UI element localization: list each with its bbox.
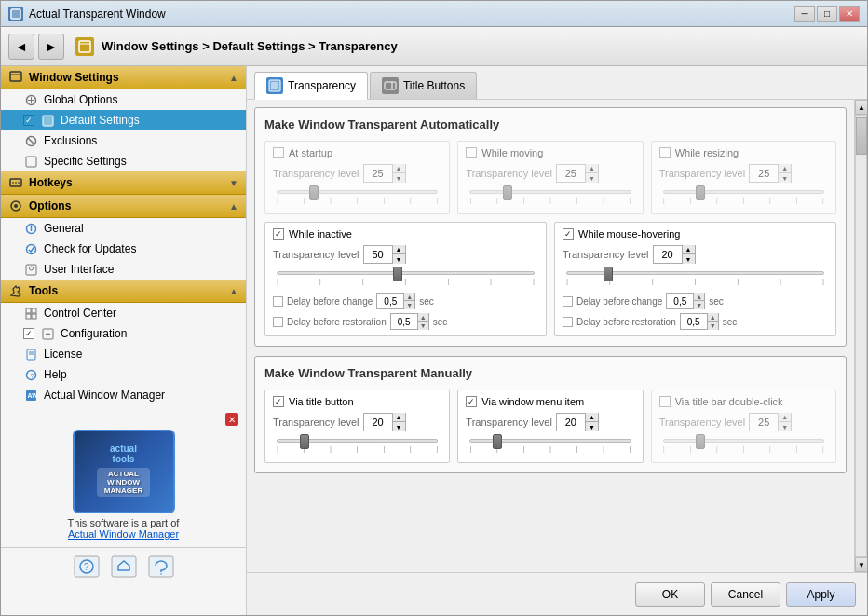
inactive-delay-change-down[interactable]: ▼ — [403, 301, 414, 309]
mouse-delay-change-down[interactable]: ▼ — [693, 301, 704, 309]
sidebar-item-specific-settings[interactable]: Specific Settings — [1, 151, 246, 171]
sidebar-item-configuration[interactable]: ✓ Configuration — [1, 323, 246, 344]
via-title-down[interactable]: ▼ — [392, 422, 405, 431]
tab-transparency[interactable]: Transparency — [254, 72, 368, 100]
while-resizing-spinbox[interactable]: ▲ ▼ — [749, 164, 792, 183]
via-dbl-checkbox[interactable] — [659, 396, 671, 407]
mouse-delay-change-spinbox[interactable]: ▲ ▼ — [666, 293, 705, 309]
at-startup-down[interactable]: ▼ — [392, 173, 405, 183]
sidebar-footer-home-button[interactable] — [109, 554, 139, 580]
apply-button[interactable]: Apply — [786, 582, 856, 607]
sidebar-item-check-updates[interactable]: Check for Updates — [1, 239, 246, 259]
sidebar-item-general[interactable]: General — [1, 218, 246, 239]
scroll-down-button[interactable]: ▼ — [855, 557, 867, 572]
sidebar-footer-info-button[interactable] — [146, 554, 176, 580]
via-title-slider-thumb[interactable] — [300, 434, 309, 449]
mouse-delay-restore-checkbox[interactable] — [563, 317, 573, 327]
via-title-button-checkbox[interactable]: ✓ — [273, 396, 284, 407]
mouse-delay-change-up[interactable]: ▲ — [693, 293, 704, 301]
while-inactive-value[interactable] — [364, 246, 392, 263]
minimize-button[interactable]: ─ — [794, 6, 815, 22]
while-moving-up[interactable]: ▲ — [585, 164, 598, 173]
via-dbl-up[interactable]: ▲ — [778, 413, 791, 422]
via-dbl-spinbox[interactable]: ▲ ▼ — [749, 413, 792, 431]
while-mouse-value[interactable] — [654, 246, 682, 263]
mouse-delay-restore-down[interactable]: ▼ — [707, 322, 718, 330]
while-mouse-slider-thumb[interactable] — [604, 267, 613, 281]
sidebar-item-control-center[interactable]: Control Center — [1, 303, 246, 323]
vertical-scrollbar[interactable]: ▲ ▼ — [854, 100, 867, 572]
via-menu-value[interactable] — [557, 414, 585, 431]
sidebar-header-tools[interactable]: Tools ▲ — [1, 280, 246, 303]
via-title-value[interactable] — [364, 414, 392, 431]
mouse-delay-restore-up[interactable]: ▲ — [707, 313, 718, 322]
cancel-button[interactable]: Cancel — [711, 582, 780, 607]
inactive-delay-change-up[interactable]: ▲ — [403, 293, 414, 301]
default-settings-checkbox[interactable]: ✓ — [23, 115, 34, 126]
at-startup-spinbox[interactable]: ▲ ▼ — [363, 164, 406, 183]
via-dbl-value[interactable] — [750, 414, 778, 431]
sidebar-item-exclusions[interactable]: Exclusions — [1, 130, 246, 151]
via-menu-spinbox[interactable]: ▲ ▼ — [556, 413, 599, 431]
while-inactive-slider-thumb[interactable] — [393, 267, 402, 281]
while-inactive-down[interactable]: ▼ — [392, 254, 405, 264]
while-resizing-slider-thumb[interactable] — [696, 185, 705, 200]
at-startup-slider-thumb[interactable] — [309, 185, 319, 200]
via-title-spinbox[interactable]: ▲ ▼ — [363, 413, 406, 431]
while-mouse-checkbox[interactable]: ✓ — [563, 228, 574, 240]
scroll-thumb[interactable] — [856, 117, 867, 155]
ok-button[interactable]: OK — [635, 582, 705, 607]
sidebar-header-hotkeys[interactable]: Hotkeys ▼ — [1, 171, 246, 195]
sidebar-item-global-options[interactable]: Global Options — [1, 89, 246, 110]
close-button[interactable]: ✕ — [839, 6, 860, 22]
forward-button[interactable]: ► — [38, 34, 64, 60]
via-menu-slider-thumb[interactable] — [493, 434, 502, 449]
via-dbl-slider-thumb[interactable] — [696, 434, 705, 449]
while-moving-slider-thumb[interactable] — [503, 185, 512, 200]
via-title-up[interactable]: ▲ — [392, 413, 405, 422]
maximize-button[interactable]: □ — [817, 6, 837, 22]
mouse-delay-restore-spinbox[interactable]: ▲ ▼ — [680, 313, 719, 330]
configuration-checkbox[interactable]: ✓ — [23, 328, 34, 339]
inactive-delay-restore-down[interactable]: ▼ — [417, 322, 428, 330]
while-inactive-spinbox[interactable]: ▲ ▼ — [363, 245, 406, 264]
sidebar-item-license[interactable]: License — [1, 344, 246, 364]
while-mouse-up[interactable]: ▲ — [682, 245, 695, 254]
sidebar-header-options[interactable]: Options ▲ — [1, 195, 246, 218]
sidebar-header-window-settings[interactable]: Window Settings ▲ — [1, 66, 246, 89]
via-dbl-down[interactable]: ▼ — [778, 422, 791, 431]
while-moving-spinbox[interactable]: ▲ ▼ — [556, 164, 599, 183]
via-menu-down[interactable]: ▼ — [585, 422, 598, 431]
via-menu-up[interactable]: ▲ — [585, 413, 598, 422]
mouse-delay-change-value[interactable] — [667, 294, 693, 308]
inactive-delay-restore-up[interactable]: ▲ — [417, 313, 428, 322]
while-inactive-up[interactable]: ▲ — [392, 245, 405, 254]
inactive-delay-change-value[interactable] — [377, 294, 403, 308]
at-startup-checkbox[interactable] — [273, 147, 284, 158]
while-resizing-checkbox[interactable] — [659, 147, 671, 158]
back-button[interactable]: ◄ — [8, 34, 34, 60]
while-resizing-down[interactable]: ▼ — [778, 173, 791, 183]
while-resizing-up[interactable]: ▲ — [778, 164, 791, 173]
inactive-delay-restore-spinbox[interactable]: ▲ ▼ — [390, 313, 429, 330]
sidebar-footer-help-button[interactable]: ? — [72, 554, 102, 580]
while-moving-down[interactable]: ▼ — [585, 173, 598, 183]
while-inactive-checkbox[interactable]: ✓ — [273, 228, 284, 240]
inactive-delay-restore-value[interactable] — [391, 314, 417, 329]
sidebar-item-help[interactable]: ? Help — [1, 364, 246, 385]
while-resizing-value[interactable] — [750, 165, 778, 182]
inactive-delay-restore-checkbox[interactable] — [273, 317, 283, 327]
scroll-up-button[interactable]: ▲ — [855, 100, 867, 115]
sidebar-item-default-settings[interactable]: ✓ Default Settings — [1, 110, 246, 130]
tab-title-buttons[interactable]: Title Buttons — [370, 72, 477, 99]
at-startup-value[interactable] — [364, 165, 392, 182]
while-mouse-down[interactable]: ▼ — [682, 254, 695, 264]
mouse-delay-change-checkbox[interactable] — [563, 296, 573, 307]
while-moving-checkbox[interactable] — [466, 147, 477, 158]
mouse-delay-restore-value[interactable] — [681, 314, 707, 329]
at-startup-up[interactable]: ▲ — [392, 164, 405, 173]
sidebar-item-user-interface[interactable]: User Interface — [1, 259, 246, 280]
scroll-track[interactable] — [855, 115, 867, 557]
promo-close-button[interactable]: ✕ — [225, 413, 238, 426]
promo-link[interactable]: Actual Window Manager — [8, 528, 238, 540]
